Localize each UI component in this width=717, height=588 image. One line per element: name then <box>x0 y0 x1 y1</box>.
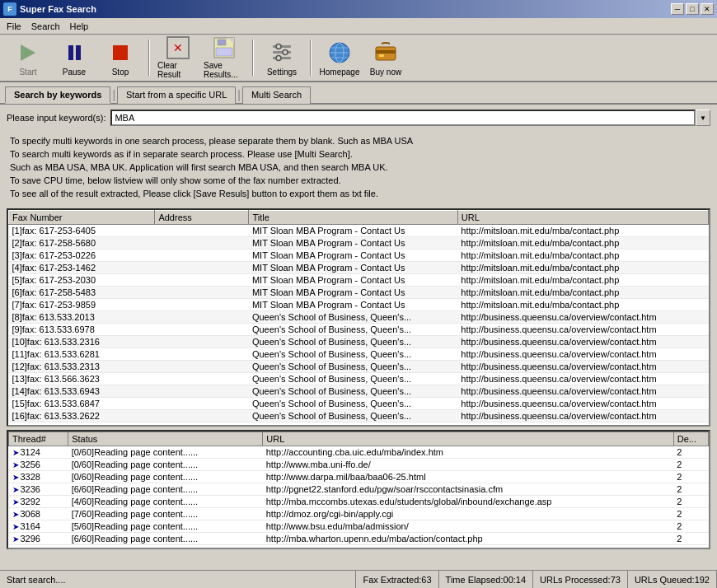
cell-title: Queen's School of Business, Queen's... <box>249 398 457 410</box>
clear-button[interactable]: Clear Result <box>157 37 199 78</box>
cell-thread: ➤3292 <box>9 496 68 508</box>
info-line-1: To specify multi keywords in one search … <box>10 134 707 147</box>
homepage-button[interactable]: Homepage <box>318 37 361 78</box>
cell-url: http://business.queensu.ca/overview/cont… <box>457 324 708 336</box>
table-row[interactable]: [10]fax: 613.533.2316 Queen's School of … <box>9 336 709 348</box>
table-row[interactable]: [11]fax: 613.533.6281 Queen's School of … <box>9 348 709 361</box>
menu-file[interactable]: File <box>2 20 26 33</box>
buynow-icon <box>373 40 399 66</box>
cell-de: 2 <box>673 496 708 508</box>
thread-row[interactable]: ➤3124 [0/60]Reading page content...... h… <box>9 446 709 459</box>
cell-url: http://mitsloan.mit.edu/mba/contact.php <box>457 274 708 287</box>
table-row[interactable]: [16]fax: 613.533.2622 Queen's School of … <box>9 410 709 422</box>
tab-search-keywords[interactable]: Search by keywords <box>5 86 110 104</box>
table-row[interactable]: [6]fax: 617-258-5483 MIT Sloan MBA Progr… <box>9 287 709 299</box>
cell-turl: http://www.bsu.edu/mba/admission/ <box>263 520 673 533</box>
info-line-4: To save CPU time, below listview will on… <box>10 174 707 187</box>
cell-addr <box>155 422 249 427</box>
cell-fax: [17]fax: 613.533.6585 <box>9 422 155 427</box>
keyword-input[interactable] <box>110 110 696 126</box>
cell-url: http://business.queensu.ca/overview/cont… <box>457 385 708 398</box>
close-button[interactable]: ✕ <box>701 3 714 15</box>
buynow-button[interactable]: Buy now <box>364 37 407 78</box>
tab-start-url[interactable]: Start from a specific URL <box>117 86 236 104</box>
thread-row[interactable]: ➤3068 [7/60]Reading page content...... h… <box>9 508 709 520</box>
table-row[interactable]: [2]fax: 617-258-5680 MIT Sloan MBA Progr… <box>9 237 709 250</box>
settings-button[interactable]: Settings <box>260 37 303 78</box>
start-icon <box>15 40 41 66</box>
clear-icon <box>165 36 191 59</box>
stop-button[interactable]: Stop <box>99 37 142 78</box>
maximize-button[interactable]: □ <box>686 3 699 15</box>
cell-de: 2 <box>673 520 708 533</box>
table-row[interactable]: [8]fax: 613.533.2013 Queen's School of B… <box>9 311 709 324</box>
info-line-2: To search multi keywords as if in separa… <box>10 147 707 161</box>
table-row[interactable]: [14]fax: 613.533.6943 Queen's School of … <box>9 385 709 398</box>
keyword-row: Please input keyword(s): ▼ <box>7 110 710 126</box>
thread-row[interactable]: ➤3164 [5/60]Reading page content...... h… <box>9 520 709 533</box>
table-row[interactable]: [17]fax: 613.533.6585 Queen's School of … <box>9 422 709 427</box>
cell-url: http://business.queensu.ca/overview/cont… <box>457 422 708 427</box>
minimize-button[interactable]: ─ <box>671 3 684 15</box>
cell-addr <box>155 237 249 250</box>
keyword-dropdown[interactable]: ▼ <box>696 110 710 126</box>
svg-rect-16 <box>376 50 396 54</box>
pause-button[interactable]: Pause <box>53 37 96 78</box>
cell-turl: http://dmoz.org/cgi-bin/apply.cgi <box>263 508 673 520</box>
cell-addr <box>155 348 249 361</box>
cell-fax: [15]fax: 613.533.6847 <box>9 398 155 410</box>
cell-fax: [2]fax: 617-258-5680 <box>9 237 155 250</box>
save-icon <box>211 36 237 59</box>
cell-title: Queen's School of Business, Queen's... <box>249 373 457 385</box>
cell-turl: http://www.darpa.mil/baa/baa06-25.html <box>263 471 673 483</box>
table-row[interactable]: [7]fax: 617-253-9859 MIT Sloan MBA Progr… <box>9 299 709 311</box>
info-line-3: Such as MBA USA, MBA UK. Application wil… <box>10 161 707 174</box>
thread-row[interactable]: ➤3328 [0/60]Reading page content...... h… <box>9 471 709 483</box>
cell-thread: ➤3164 <box>9 520 68 533</box>
col-header-turl: URL <box>263 432 673 446</box>
col-header-de: De... <box>673 432 708 446</box>
cell-title: Queen's School of Business, Queen's... <box>249 336 457 348</box>
start-button[interactable]: Start <box>7 37 49 78</box>
info-line-5: To see all of the result extracted, Plea… <box>10 187 707 200</box>
tab-multi-search[interactable]: Multi Search <box>242 86 311 104</box>
table-row[interactable]: [13]fax: 613.566.3623 Queen's School of … <box>9 373 709 385</box>
save-button[interactable]: Save Results... <box>203 37 246 78</box>
thread-row[interactable]: ➤3256 [0/60]Reading page content...... h… <box>9 459 709 471</box>
status-time-elapsed: Time Elapsed:00:14 <box>439 571 533 588</box>
cell-url: http://business.queensu.ca/overview/cont… <box>457 348 708 361</box>
cell-fax: [9]fax: 613.533.6978 <box>9 324 155 336</box>
table-row[interactable]: [4]fax: 617-253-1462 MIT Sloan MBA Progr… <box>9 262 709 274</box>
thread-row[interactable]: ➤3296 [6/60]Reading page content...... h… <box>9 533 709 545</box>
thread-row[interactable]: ➤3292 [4/60]Reading page content...... h… <box>9 496 709 508</box>
cell-title: Queen's School of Business, Queen's... <box>249 410 457 422</box>
toolbar-separator-2 <box>252 40 254 76</box>
table-row[interactable]: [1]fax: 617-253-6405 MIT Sloan MBA Progr… <box>9 225 709 237</box>
menu-search[interactable]: Search <box>26 20 65 33</box>
cell-de: 2 <box>673 471 708 483</box>
menu-help[interactable]: Help <box>65 20 94 33</box>
tab-bar: Search by keywords | Start from a specif… <box>0 82 717 105</box>
thread-row[interactable]: ➤3236 [6/60]Reading page content...... h… <box>9 483 709 496</box>
cell-addr <box>155 398 249 410</box>
thread-table: Thread# Status URL De... ➤3124 [0/60]Rea… <box>8 432 709 545</box>
main-content: Please input keyword(s): ▼ To specify mu… <box>0 105 717 554</box>
status-urls-queued: URLs Queued:192 <box>628 571 717 588</box>
cell-status: [6/60]Reading page content...... <box>68 533 263 545</box>
cell-status: [7/60]Reading page content...... <box>68 508 263 520</box>
table-row[interactable]: [5]fax: 617-253-2030 MIT Sloan MBA Progr… <box>9 274 709 287</box>
table-row[interactable]: [12]fax: 613.533.2313 Queen's School of … <box>9 361 709 373</box>
cell-status: [0/60]Reading page content...... <box>68 471 263 483</box>
cell-title: MIT Sloan MBA Program - Contact Us <box>249 250 457 262</box>
table-row[interactable]: [15]fax: 613.533.6847 Queen's School of … <box>9 398 709 410</box>
cell-fax: [14]fax: 613.533.6943 <box>9 385 155 398</box>
cell-thread: ➤3068 <box>9 508 68 520</box>
cell-fax: [3]fax: 617-253-0226 <box>9 250 155 262</box>
cell-addr <box>155 274 249 287</box>
cell-title: MIT Sloan MBA Program - Contact Us <box>249 237 457 250</box>
cell-fax: [1]fax: 617-253-6405 <box>9 225 155 237</box>
table-row[interactable]: [3]fax: 617-253-0226 MIT Sloan MBA Progr… <box>9 250 709 262</box>
app-icon: F <box>3 2 16 16</box>
table-row[interactable]: [9]fax: 613.533.6978 Queen's School of B… <box>9 324 709 336</box>
cell-fax: [4]fax: 617-253-1462 <box>9 262 155 274</box>
